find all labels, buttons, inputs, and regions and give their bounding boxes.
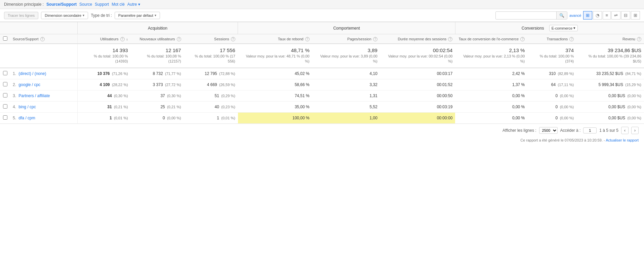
prev-page-button[interactable]: ‹ bbox=[621, 127, 629, 134]
row-number: 4. bbox=[13, 105, 16, 109]
source-link[interactable]: bing / cpc bbox=[18, 105, 36, 109]
view-pivot-button[interactable]: ⊟ bbox=[621, 11, 630, 19]
utilisateurs-col-header[interactable]: Utilisateurs ? ↓ bbox=[77, 34, 131, 44]
nouveaux-cell: 25 (0,21 %) bbox=[131, 101, 184, 112]
duree-value: 00:00:50 bbox=[437, 93, 453, 98]
view-grid-button[interactable]: ⊞ bbox=[583, 11, 592, 19]
go-to-page-input[interactable] bbox=[583, 127, 597, 133]
view-list-button[interactable]: ≡ bbox=[603, 11, 611, 19]
source-link[interactable]: google / cpc bbox=[18, 82, 40, 87]
search-input[interactable] bbox=[496, 12, 556, 19]
rebond-value: 35,00 % bbox=[295, 105, 310, 109]
sort-type-dropdown[interactable]: Paramètre par défaut ▾ bbox=[115, 12, 160, 19]
utilisateurs-pct: (28,22 %) bbox=[112, 83, 128, 87]
taux-conv-value: 0,00 % bbox=[512, 93, 525, 98]
view-compare-button[interactable]: ⇌ bbox=[611, 11, 620, 19]
help-icon[interactable]: ? bbox=[120, 37, 125, 41]
help-icon[interactable]: ? bbox=[231, 37, 235, 41]
sessions-value: 4 669 bbox=[207, 82, 217, 87]
col-header-row: Source/Support ? Utilisateurs ? ↓ Nouvea… bbox=[0, 34, 644, 44]
secondary-dim-dropdown[interactable]: Dimension secondaire ▾ bbox=[41, 12, 88, 19]
duree-cell: 00:00:00 bbox=[380, 112, 455, 123]
nouveaux-pct: (0,30 %) bbox=[167, 94, 181, 98]
utilisateurs-cell: 31 (0,21 %) bbox=[77, 101, 131, 112]
row-checkbox[interactable] bbox=[3, 104, 7, 109]
ecommerce-dropdown[interactable]: E-commerce ▾ bbox=[549, 25, 578, 31]
select-all-checkbox[interactable] bbox=[3, 36, 7, 41]
dim-active[interactable]: Source/Support bbox=[46, 2, 77, 7]
source-support-col-header: Source/Support ? bbox=[10, 34, 77, 44]
search-button[interactable]: 🔍 bbox=[556, 12, 567, 19]
source-link[interactable]: Partners / affiliate bbox=[18, 93, 50, 98]
pages-cell: 4,10 bbox=[312, 68, 380, 79]
transactions-value: 0 bbox=[556, 116, 558, 120]
help-icon[interactable]: ? bbox=[40, 37, 45, 41]
row-checkbox-cell bbox=[0, 79, 10, 90]
toolbar: Tracer les lignes Dimension secondaire ▾… bbox=[0, 9, 644, 22]
pages-cell: 3,32 bbox=[312, 79, 380, 90]
row-number: 1. bbox=[13, 71, 16, 76]
revenu-pct: (15,29 %) bbox=[625, 83, 641, 87]
help-icon[interactable]: ? bbox=[448, 37, 452, 41]
row-checkbox[interactable] bbox=[3, 82, 7, 86]
source-cell: 3. Partners / affiliate bbox=[10, 90, 77, 101]
nouveaux-cell: 8 732 (71,77 %) bbox=[131, 68, 184, 79]
dim-motcle[interactable]: Mot clé bbox=[112, 2, 125, 7]
source-link[interactable]: dfa / cpm bbox=[18, 116, 35, 120]
transactions-cell: 0 (0,00 %) bbox=[527, 90, 576, 101]
utilisateurs-cell: 10 376 (71,26 %) bbox=[77, 68, 131, 79]
dim-source[interactable]: Source bbox=[79, 2, 92, 7]
help-icon[interactable]: ? bbox=[305, 37, 310, 41]
dim-autre[interactable]: Autre ▾ bbox=[127, 2, 140, 7]
nouveaux-value: 0 bbox=[163, 116, 165, 120]
sessions-value: 51 bbox=[215, 93, 219, 98]
transactions-value: 64 bbox=[551, 82, 556, 87]
taux-conv-value: 0,00 % bbox=[512, 105, 525, 109]
view-custom-button[interactable]: ⊞ bbox=[631, 11, 640, 19]
table-footer: Afficher les lignes : 2500 Accéder à : 1… bbox=[0, 124, 644, 137]
source-link[interactable]: (direct) / (none) bbox=[18, 71, 46, 76]
trace-button[interactable]: Tracer les lignes bbox=[4, 12, 38, 19]
pages-value: 3,32 bbox=[370, 82, 377, 87]
nouveaux-value: 37 bbox=[160, 93, 165, 98]
row-checkbox[interactable] bbox=[3, 93, 7, 97]
chevron-down-icon: ▾ bbox=[573, 26, 575, 30]
help-icon[interactable]: ? bbox=[373, 37, 377, 41]
nouveaux-cell: 0 (0,00 %) bbox=[131, 112, 184, 123]
view-pie-button[interactable]: ◔ bbox=[593, 11, 602, 19]
rebond-value: 45,02 % bbox=[295, 71, 310, 76]
help-icon[interactable]: ? bbox=[569, 37, 574, 41]
conversions-group: Conversions E-commerce ▾ bbox=[455, 22, 644, 34]
transactions-cell: 0 (0,00 %) bbox=[527, 101, 576, 112]
rebond-cell: 58,66 % bbox=[238, 79, 312, 90]
duree-cell: 00:01:52 bbox=[380, 79, 455, 90]
advanced-link[interactable]: avancé bbox=[569, 13, 581, 17]
rows-per-page-select[interactable]: 2500 bbox=[539, 127, 558, 134]
revenu-cell: 0,00 $US (0,00 %) bbox=[576, 112, 644, 123]
sessions-value: 12 795 bbox=[205, 71, 217, 76]
taux-conversion-col-header: Taux de conversion de l'e-commerce ? bbox=[455, 34, 527, 44]
transactions-pct: (0,00 %) bbox=[560, 94, 574, 98]
next-page-button[interactable]: › bbox=[631, 127, 639, 134]
sessions-cell: 12 795 (72,88 %) bbox=[184, 68, 238, 79]
row-checkbox[interactable] bbox=[3, 115, 7, 120]
dim-support[interactable]: Support bbox=[95, 2, 109, 7]
help-icon[interactable]: ? bbox=[637, 37, 641, 41]
help-icon[interactable]: ? bbox=[177, 37, 181, 41]
update-report-link[interactable]: Actualiser le rapport bbox=[606, 138, 639, 142]
sessions-pct: (0,23 %) bbox=[221, 105, 235, 109]
utilisateurs-cell: 4 109 (28,22 %) bbox=[77, 79, 131, 90]
sessions-col-header: Sessions ? bbox=[184, 34, 238, 44]
acceder-label: Accéder à : bbox=[560, 128, 581, 133]
help-icon[interactable]: ? bbox=[520, 37, 525, 41]
rebond-cell: 45,02 % bbox=[238, 68, 312, 79]
transactions-value: 0 bbox=[556, 93, 558, 98]
comportement-group: Comportement bbox=[238, 22, 455, 34]
row-checkbox[interactable] bbox=[3, 71, 7, 75]
revenu-col-header: Revenu ? bbox=[576, 34, 644, 44]
duree-cell: 00:03:17 bbox=[380, 68, 455, 79]
source-cell: 1. (direct) / (none) bbox=[10, 68, 77, 79]
totals-revenu-cell: 39 234,86 $US % du total: 100,00 % (39 2… bbox=[576, 44, 644, 68]
duree-value: 00:01:52 bbox=[437, 82, 453, 87]
sessions-pct: (72,88 %) bbox=[219, 72, 235, 76]
